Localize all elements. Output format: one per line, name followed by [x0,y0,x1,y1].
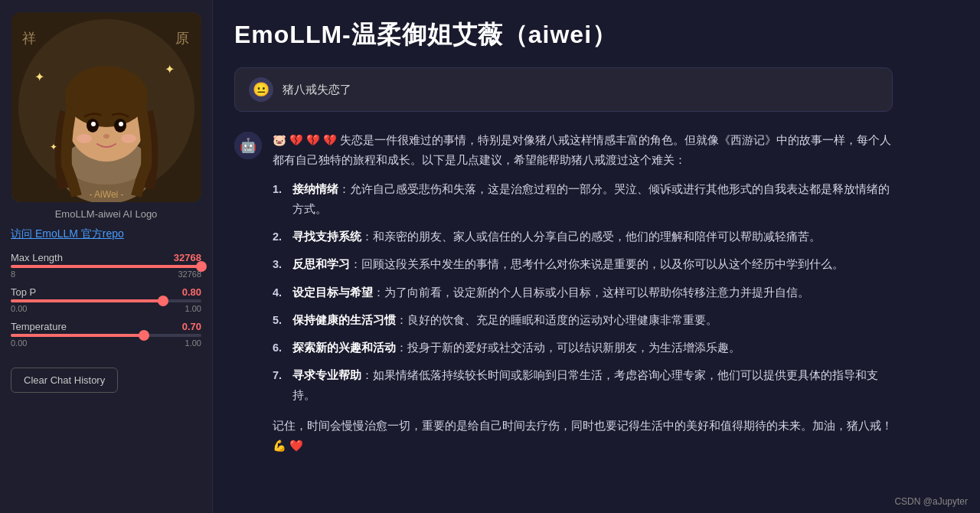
svg-text:祥: 祥 [22,31,36,46]
list-num: 7. [273,365,288,405]
svg-text:🤖: 🤖 [240,137,257,154]
sidebar: 祥 原 [0,0,213,513]
ai-icon: 🤖 [234,132,262,159]
temperature-thumb [139,330,149,341]
list-item: 7.寻求专业帮助：如果情绪低落持续较长时间或影响到日常生活，考虑咨询心理专家，他… [273,365,893,405]
ai-intro: 🐷 💔 💔 💔 失恋是一件很难过的事情，特别是对像猪八戒这样情感丰富的角色。但就… [273,130,893,170]
list-item: 1.接纳情绪：允许自己感受悲伤和失落，这是治愈过程的一部分。哭泣、倾诉或进行其他… [273,179,893,219]
clear-chat-button[interactable]: Clear Chat History [11,368,118,393]
max-length-fill [11,265,201,268]
temperature-min: 0.00 [11,338,27,348]
top-p-label: Top P [11,286,36,298]
top-p-value: 0.80 [182,286,201,298]
max-length-track[interactable] [11,265,201,268]
list-text: 探索新的兴趣和活动：投身于新的爱好或社交活动，可以结识新朋友，为生活增添乐趣。 [292,338,740,358]
repo-link[interactable]: 访问 EmoLLM 官方repo [11,227,124,241]
ai-footer: 记住，时间会慢慢治愈一切，重要的是给自己时间去疗伤，同时也要记得生活中的美好和值… [273,416,893,456]
ai-content: 🐷 💔 💔 💔 失恋是一件很难过的事情，特别是对像猪八戒这样情感丰富的角色。但就… [273,130,893,456]
bold-term: 寻找支持系统 [292,230,361,243]
temperature-fill [11,334,144,337]
max-length-thumb [196,261,207,272]
ai-response: 🤖 🐷 💔 💔 💔 失恋是一件很难过的事情，特别是对像猪八戒这样情感丰富的角色。… [234,130,893,456]
top-p-track[interactable] [11,299,201,302]
temperature-section: Temperature 0.70 0.00 1.00 [11,321,201,348]
temperature-track[interactable] [11,334,201,337]
avatar-label: EmoLLM-aiwei AI Logo [55,208,158,220]
svg-point-8 [65,66,148,127]
svg-text:- AiWei -: - AiWei - [89,189,123,200]
list-text: 反思和学习：回顾这段关系中发生的事情，思考什么对你来说是重要的，以及你可以从这个… [292,254,844,274]
user-message-text: 猪八戒失恋了 [283,83,351,97]
list-text: 寻求专业帮助：如果情绪低落持续较长时间或影响到日常生活，考虑咨询心理专家，他们可… [292,365,893,405]
list-text: 保持健康的生活习惯：良好的饮食、充足的睡眠和适度的运动对心理健康非常重要。 [292,310,717,330]
list-item: 6.探索新的兴趣和活动：投身于新的爱好或社交活动，可以结识新朋友，为生活增添乐趣… [273,338,893,358]
max-length-min: 8 [11,270,15,279]
top-p-max: 1.00 [185,304,201,313]
avatar: 祥 原 [11,12,201,202]
list-num: 2. [273,227,288,247]
chat-title: EmoLLM-温柔御姐艾薇（aiwei） [234,18,959,52]
list-num: 1. [273,179,288,219]
list-num: 5. [273,310,288,330]
bold-term: 寻求专业帮助 [292,369,361,381]
svg-point-12 [119,122,123,126]
svg-text:✦: ✦ [34,70,44,83]
user-message-box: 😐 猪八戒失恋了 [234,67,893,112]
list-item: 5.保持健康的生活习惯：良好的饮食、充足的睡眠和适度的运动对心理健康非常重要。 [273,310,893,330]
max-length-section: Max Length 32768 8 32768 [11,252,201,279]
svg-text:✦: ✦ [165,63,175,76]
top-p-fill [11,299,163,302]
svg-point-11 [91,122,96,126]
bold-term: 探索新的兴趣和活动 [292,341,396,354]
top-p-min: 0.00 [11,304,27,313]
bold-term: 设定目标与希望 [292,286,373,299]
svg-point-15 [121,134,136,143]
bold-term: 接纳情绪 [292,183,338,195]
list-num: 6. [273,338,288,358]
list-num: 4. [273,283,288,302]
temperature-label: Temperature [11,321,67,332]
max-length-label: Max Length [11,252,63,263]
bold-term: 反思和学习 [292,258,350,270]
list-text: 设定目标与希望：为了向前看，设定新的个人目标或小目标，这样可以帮助你转移注意力并… [292,283,809,302]
svg-point-14 [77,134,92,143]
list-item: 3.反思和学习：回顾这段关系中发生的事情，思考什么对你来说是重要的，以及你可以从… [273,254,893,274]
list-item: 2.寻找支持系统：和亲密的朋友、家人或信任的人分享自己的感受，他们的理解和陪伴可… [273,227,893,247]
bold-term: 保持健康的生活习惯 [292,314,396,326]
footer-author: CSDN @aJupyter [894,496,968,507]
top-p-section: Top P 0.80 0.00 1.00 [11,286,201,313]
top-p-thumb [158,296,168,306]
ai-list: 1.接纳情绪：允许自己感受悲伤和失落，这是治愈过程的一部分。哭泣、倾诉或进行其他… [273,179,893,405]
user-icon: 😐 [249,77,273,102]
list-text: 接纳情绪：允许自己感受悲伤和失落，这是治愈过程的一部分。哭泣、倾诉或进行其他形式… [292,179,893,219]
svg-text:原: 原 [175,31,189,46]
temperature-max: 1.00 [185,338,201,348]
temperature-value: 0.70 [182,321,201,332]
list-num: 3. [273,254,288,274]
svg-point-13 [103,134,109,139]
svg-text:✦: ✦ [50,142,57,152]
list-item: 4.设定目标与希望：为了向前看，设定新的个人目标或小目标，这样可以帮助你转移注意… [273,283,893,302]
list-text: 寻找支持系统：和亲密的朋友、家人或信任的人分享自己的感受，他们的理解和陪伴可以帮… [292,227,821,247]
main-chat: EmoLLM-温柔御姐艾薇（aiwei） 😐 猪八戒失恋了 🤖 🐷 💔 💔 💔 … [213,0,980,513]
